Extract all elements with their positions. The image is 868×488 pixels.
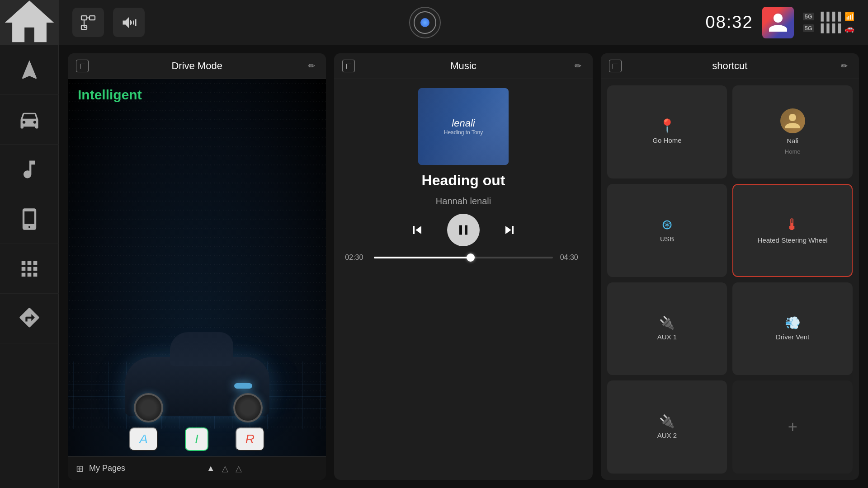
album-subtitle-text: Heading to Tony [444,129,483,136]
progress-thumb [467,253,475,262]
drive-mode-card: Drive Mode ✏ Intelligent [68,53,326,480]
drive-mode-body: Intelligent A I R [68,79,326,456]
progress-fill [374,257,470,258]
sidebar-item-climate[interactable] [0,294,59,343]
progress-bar: 02:30 04:30 [343,253,583,262]
my-pages-label: My Pages [89,464,125,473]
song-artist: Hannah lenali [436,196,491,206]
aux1-button[interactable]: 🔌 AUX 1 [607,282,727,375]
next-button[interactable] [498,218,521,242]
mode-a-button[interactable]: A [129,427,158,451]
nav-triangles: ▲ △ △ [131,464,318,474]
pin-icon: 📍 [659,119,675,133]
shortcut-title: shortcut [627,60,833,72]
alexa-button[interactable] [409,7,441,38]
signal-bar-2: ▐▐▐▐ [818,23,841,33]
edit-drive-button[interactable]: ✏ [305,60,318,72]
expand-shortcut-button[interactable] [609,60,622,72]
phone-icon [18,207,41,231]
usb-label: USB [660,235,674,243]
sidebar-item-music[interactable] [0,145,59,194]
sidebar [0,0,59,488]
nav-triangle-2[interactable]: △ [222,464,228,474]
pause-button[interactable] [447,214,480,246]
sidebar-item-apps[interactable] [0,244,59,294]
share-button[interactable] [72,8,104,37]
current-mode-label: Intelligent [78,87,142,103]
svg-rect-1 [90,16,95,20]
pages-icon: ⊞ [76,463,84,474]
sidebar-item-vehicle[interactable] [0,95,59,145]
alexa-ring [414,11,436,34]
expand-music-button[interactable] [342,60,355,72]
volume-button[interactable] [113,8,145,37]
current-time: 02:30 [345,253,367,262]
vent-icon: 💨 [785,317,801,329]
go-home-button[interactable]: 📍 Go Home [607,85,727,178]
album-title-text: lenali [452,117,475,129]
progress-track[interactable] [374,257,552,258]
prev-button[interactable] [406,218,429,242]
vent-label: Driver Vent [776,333,809,341]
drive-background: Intelligent A I R [68,79,326,456]
heated-icon: 🌡 [784,216,801,233]
driver-vent-button[interactable]: 💨 Driver Vent [732,282,853,375]
5g-label-1: 5G [803,13,814,20]
nali-button[interactable]: Nali Home [732,85,853,178]
clock: 08:32 [706,13,753,32]
heated-steering-button[interactable]: 🌡 Heated Steering Wheel [732,184,853,277]
car-signal-icon: 🚗 [844,23,854,33]
aux2-icon: 🔌 [659,415,675,428]
mode-i-button[interactable]: I [185,427,208,451]
edit-shortcut-button[interactable]: ✏ [838,60,851,72]
nali-sublabel: Home [785,148,801,155]
svg-rect-0 [81,16,87,20]
car-scene [111,330,283,429]
car-wheel-left [134,393,163,422]
add-shortcut-button[interactable]: + [732,380,853,474]
song-title: Heading out [422,172,505,189]
nali-user-icon [783,112,802,130]
aux1-icon: 🔌 [659,317,675,329]
album-art: lenali Heading to Tony [418,88,509,165]
heated-label: Heated Steering Wheel [758,236,828,244]
sidebar-item-home[interactable] [0,0,59,45]
next-icon [501,222,518,238]
car-headlight [234,383,252,389]
usb-button[interactable]: ⊛ USB [607,184,727,277]
avatar[interactable] [762,7,794,38]
drive-mode-header: Drive Mode ✏ [68,53,326,79]
alexa-dot [420,18,429,27]
nav-triangle-3[interactable]: △ [236,464,242,474]
topbar: 08:32 5G ▐▐▐▐ 📶 5G ▐▐▐▐ 🚗 [59,0,868,45]
car-wheel-right [233,393,263,422]
edit-music-button[interactable]: ✏ [572,60,585,72]
signal-indicators: 5G ▐▐▐▐ 📶 5G ▐▐▐▐ 🚗 [803,12,854,33]
drive-modes-bar: A I R [68,427,326,451]
phone-signal-icon: 📶 [844,12,854,22]
usb-icon: ⊛ [661,218,673,231]
expand-drive-button[interactable] [76,60,89,72]
music-body: lenali Heading to Tony Heading out Hanna… [334,79,592,480]
my-pages-bar: ⊞ My Pages ▲ △ △ [68,456,326,480]
5g-label-2: 5G [803,24,814,32]
main-content: 08:32 5G ▐▐▐▐ 📶 5G ▐▐▐▐ 🚗 [59,0,868,488]
shortcut-card: shortcut ✏ 📍 Go Home Nali H [601,53,859,480]
aux2-label: AUX 2 [657,432,677,439]
share-icon [80,14,96,31]
add-icon: + [788,418,797,436]
pause-icon [455,222,472,238]
shortcut-body: 📍 Go Home Nali Home ⊛ USB [601,79,859,480]
prev-icon [409,222,425,238]
aux2-button[interactable]: 🔌 AUX 2 [607,380,727,474]
user-icon [767,11,789,34]
apps-icon [18,257,41,281]
sidebar-item-phone[interactable] [0,194,59,244]
total-time: 04:30 [560,253,582,262]
mode-r-button[interactable]: R [236,427,264,451]
home-icon [0,0,59,52]
aux1-label: AUX 1 [657,333,677,341]
cards-area: Drive Mode ✏ Intelligent [59,45,868,488]
sidebar-item-navigation[interactable] [0,45,59,95]
nav-triangle-1[interactable]: ▲ [207,464,215,474]
